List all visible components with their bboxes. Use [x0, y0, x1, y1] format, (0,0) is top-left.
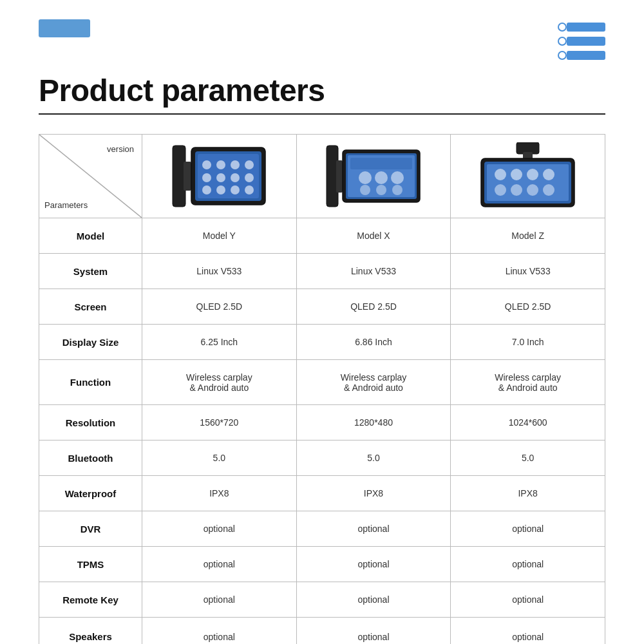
param-value-3-0: 6.25 Inch [142, 325, 297, 360]
param-value-7-2: IPX8 [451, 476, 605, 511]
svg-point-41 [527, 184, 538, 196]
param-value-8-0: optional [142, 511, 297, 547]
header-corner-cell: version Parameters [39, 135, 142, 218]
param-value-6-2: 5.0 [451, 440, 605, 476]
param-value-6-0: 5.0 [142, 440, 297, 476]
params-table: version Parameters [39, 134, 605, 644]
device-svg-z [478, 142, 578, 210]
param-label-10: Remote Key [39, 582, 142, 618]
svg-point-7 [216, 160, 225, 169]
table-row-10: Remote Keyoptionaloptionaloptional [39, 582, 605, 618]
param-label-1: System [39, 254, 142, 289]
param-value-1-0: Linux V533 [142, 254, 297, 289]
param-value-7-1: IPX8 [296, 476, 451, 511]
menu-icon-bar-2 [567, 37, 605, 46]
svg-point-40 [511, 184, 522, 196]
param-label-7: Waterproof [39, 476, 142, 511]
table-row-11: Speakersoptionaloptionaloptional [39, 618, 605, 645]
param-label-6: Bluetooth [39, 440, 142, 476]
param-label-11: Speakers [39, 618, 142, 645]
param-value-1-1: Linux V533 [296, 254, 451, 289]
top-bar [39, 19, 605, 60]
param-label-2: Screen [39, 289, 142, 325]
param-value-5-2: 1024*600 [451, 405, 605, 440]
svg-point-28 [376, 185, 386, 195]
device-svg-x [323, 142, 423, 210]
svg-point-6 [202, 160, 211, 169]
param-value-1-2: Linux V533 [451, 254, 605, 289]
menu-icon [567, 23, 605, 60]
product-image-y [142, 135, 297, 218]
param-value-2-1: QLED 2.5D [296, 289, 451, 325]
svg-point-24 [359, 171, 372, 184]
svg-point-42 [543, 184, 554, 196]
param-label-4: Function [39, 360, 142, 405]
param-value-8-1: optional [296, 511, 451, 547]
svg-point-15 [216, 185, 225, 194]
version-label: version [107, 144, 134, 154]
param-value-2-2: QLED 2.5D [451, 289, 605, 325]
header-row: version Parameters [39, 135, 605, 218]
svg-point-13 [245, 173, 254, 182]
param-value-4-1: Wireless carplay& Android auto [296, 360, 451, 405]
param-value-5-1: 1280*480 [296, 405, 451, 440]
param-value-9-0: optional [142, 547, 297, 582]
table-row-2: ScreenQLED 2.5DQLED 2.5DQLED 2.5D [39, 289, 605, 325]
param-label-8: DVR [39, 511, 142, 547]
table-row-9: TPMSoptionaloptionaloptional [39, 547, 605, 582]
table-row-4: FunctionWireless carplay& Android autoWi… [39, 360, 605, 405]
svg-point-10 [202, 173, 211, 182]
param-value-3-1: 6.86 Inch [296, 325, 451, 360]
param-value-5-0: 1560*720 [142, 405, 297, 440]
param-value-10-2: optional [451, 582, 605, 618]
param-value-11-2: optional [451, 618, 605, 645]
table-row-1: SystemLinux V533Linux V533Linux V533 [39, 254, 605, 289]
svg-point-25 [375, 171, 388, 184]
param-label-9: TPMS [39, 547, 142, 582]
param-value-10-0: optional [142, 582, 297, 618]
svg-point-8 [231, 160, 240, 169]
param-value-4-0: Wireless carplay& Android auto [142, 360, 297, 405]
svg-point-29 [392, 185, 402, 195]
svg-point-26 [391, 171, 404, 184]
svg-point-39 [495, 184, 506, 196]
table-row-5: Resolution1560*7201280*4801024*600 [39, 405, 605, 440]
device-img-y [167, 141, 270, 212]
menu-icon-bar-1 [567, 23, 605, 32]
param-value-8-2: optional [451, 511, 605, 547]
title-divider [39, 113, 605, 115]
blue-tag [39, 19, 90, 37]
svg-point-14 [202, 185, 211, 194]
param-label-0: Model [39, 218, 142, 254]
svg-rect-23 [350, 158, 412, 169]
svg-rect-19 [336, 160, 343, 193]
svg-point-36 [511, 169, 522, 180]
svg-point-9 [245, 160, 254, 169]
param-value-11-1: optional [296, 618, 451, 645]
table-row-8: DVRoptionaloptionaloptional [39, 511, 605, 547]
table-row-3: Display Size6.25 Inch6.86 Inch7.0 Inch [39, 325, 605, 360]
menu-icon-bar-3 [567, 51, 605, 60]
svg-point-27 [360, 185, 370, 195]
param-value-9-2: optional [451, 547, 605, 582]
device-svg-y [169, 142, 269, 210]
params-label: Parameters [44, 200, 88, 210]
table-row-7: WaterproofIPX8IPX8IPX8 [39, 476, 605, 511]
param-value-7-0: IPX8 [142, 476, 297, 511]
param-value-2-0: QLED 2.5D [142, 289, 297, 325]
param-value-6-1: 5.0 [296, 440, 451, 476]
param-value-9-1: optional [296, 547, 451, 582]
svg-point-16 [231, 185, 240, 194]
param-label-5: Resolution [39, 405, 142, 440]
product-image-z [451, 135, 605, 218]
svg-point-37 [527, 169, 538, 180]
page-wrapper: Product parameters version Parameters [0, 0, 644, 644]
param-value-4-2: Wireless carplay& Android auto [451, 360, 605, 405]
svg-point-11 [216, 173, 225, 182]
svg-point-12 [231, 173, 240, 182]
page-title: Product parameters [39, 73, 605, 108]
param-value-0-1: Model X [296, 218, 451, 254]
product-image-x [296, 135, 451, 218]
param-label-3: Display Size [39, 325, 142, 360]
param-value-0-0: Model Y [142, 218, 297, 254]
